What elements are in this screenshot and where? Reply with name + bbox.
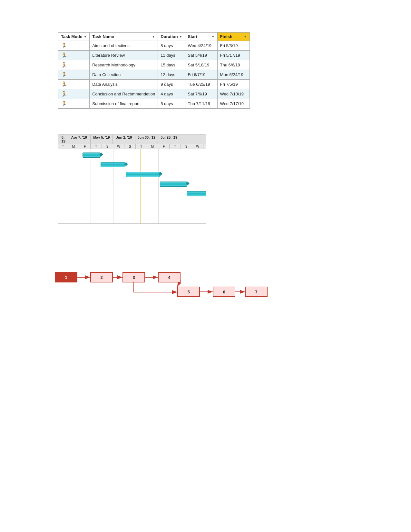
bar-task-4 (160, 182, 187, 187)
table-row: 🏃Data Analysis9 daysTue 6/25/19Fri 7/5/1… (58, 80, 250, 89)
table-row: 🏃Literature Review11 daysSat 5/4/19Fri 5… (58, 51, 250, 60)
gh-period-extra (180, 135, 206, 144)
gh-day-f1: F (79, 144, 91, 149)
gh-day-t4: T (170, 144, 181, 149)
gantt-header-row1: 0, '19 Apr 7, '19 May 5, '19 Jun 2, '19 … (58, 135, 206, 144)
gh-day-s3: S (181, 144, 192, 149)
gh-day-w1: W (113, 144, 124, 149)
sort-icon-start[interactable]: ▼ (211, 35, 215, 38)
cell-duration-5: 9 days (158, 80, 185, 89)
gh-day-w2: W (192, 144, 203, 149)
gh-day-f2: F (158, 144, 170, 149)
nd-node-2-label: 2 (100, 275, 103, 280)
cell-name-2: Literature Review (90, 51, 158, 60)
gantt-section: 0, '19 Apr 7, '19 May 5, '19 Jun 2, '19 … (58, 134, 385, 224)
milestone-5 (206, 191, 206, 195)
table-row: 🏃Submission of final report5 daysThu 7/1… (58, 99, 250, 109)
gh-period-jul28: Jul 28, '19 (158, 135, 181, 144)
col-start-label: Start (188, 34, 198, 39)
cell-duration-2: 11 days (158, 51, 185, 60)
nd-node-6[interactable]: 6 (213, 287, 235, 297)
cell-finish-5: Fri 7/5/19 (217, 80, 250, 89)
bar-task-2 (101, 162, 125, 167)
cell-duration-7: 5 days (158, 99, 185, 109)
cell-name-6: Conclusion and Recommendetion (90, 89, 158, 99)
cell-duration-6: 4 days (158, 89, 185, 99)
nd-node-1[interactable]: 1 (55, 272, 77, 282)
nd-node-3-label: 3 (132, 275, 135, 280)
bar-task-3 (126, 172, 160, 177)
nd-node-5-label: 5 (187, 290, 190, 294)
cell-name-4: Data Collection (90, 70, 158, 80)
gh-day-t3: T (136, 144, 147, 149)
cell-mode-2: 🏃 (58, 51, 90, 60)
task-icon-1: 🏃 (61, 43, 67, 49)
grid-line-1 (91, 149, 91, 223)
col-mode-label: Task Mode (61, 34, 82, 39)
gh-period-jun30: Jun 30, '19 (135, 135, 158, 144)
nd-node-4[interactable]: 4 (158, 272, 181, 282)
grid-line-4 (158, 149, 159, 223)
today-line (141, 149, 141, 223)
cell-name-7: Submission of final report (90, 99, 158, 109)
col-header-name[interactable]: Task Name ▼ (90, 33, 158, 41)
sort-icon-duration[interactable]: ▼ (179, 35, 182, 38)
cell-duration-3: 15 days (158, 60, 185, 70)
gantt-header-row2: T M F T S W S T M F T S W (58, 144, 206, 149)
col-header-start[interactable]: Start ▼ (185, 33, 217, 41)
gh-period-jun2: Jun 2, '19 (113, 135, 135, 144)
nd-node-1-label: 1 (65, 275, 67, 280)
nd-node-4-label: 4 (168, 275, 170, 280)
bar-task-5 (187, 191, 206, 196)
gh-period-apr7: Apr 7, '19 (68, 135, 91, 144)
table-section: Task Mode ▼ Task Name ▼ Duration ▼ (58, 32, 385, 109)
cell-finish-4: Mon 6/24/19 (217, 70, 250, 80)
cell-start-5: Tue 6/25/19 (185, 80, 217, 89)
cell-start-4: Fri 6/7/19 (185, 70, 217, 80)
cell-start-6: Sat 7/6/19 (185, 89, 217, 99)
cell-finish-6: Wed 7/10/19 (217, 89, 250, 99)
cell-start-1: Wed 4/24/19 (185, 41, 217, 51)
nd-node-6-label: 6 (223, 290, 225, 294)
cell-finish-3: Thu 6/6/19 (217, 60, 250, 70)
cell-start-7: Thu 7/11/19 (185, 99, 217, 109)
sort-icon-name[interactable]: ▼ (152, 35, 155, 38)
cell-finish-1: Fri 5/3/19 (217, 41, 250, 51)
gh-day-t2: T (91, 144, 102, 149)
gantt-table: Task Mode ▼ Task Name ▼ Duration ▼ (58, 32, 250, 109)
sort-icon-mode[interactable]: ▼ (83, 35, 87, 38)
cell-mode-4: 🏃 (58, 70, 90, 80)
task-icon-2: 🏃 (61, 52, 67, 58)
nd-node-2[interactable]: 2 (90, 272, 113, 282)
table-row: 🏃Data Collection12 daysFri 6/7/19Mon 6/2… (58, 70, 250, 80)
cell-finish-2: Fri 5/17/19 (217, 51, 250, 60)
nd-node-7-label: 7 (255, 290, 257, 294)
gh-day-t1: T (58, 144, 68, 149)
task-icon-3: 🏃 (61, 62, 67, 68)
cell-mode-3: 🏃 (58, 60, 90, 70)
nd-node-5[interactable]: 5 (177, 287, 200, 297)
task-icon-5: 🏃 (61, 81, 67, 87)
gh-period-may5: May 5, '19 (91, 135, 113, 144)
col-name-label: Task Name (92, 34, 114, 39)
col-header-finish[interactable]: Finish ▼ (217, 33, 250, 41)
col-header-duration[interactable]: Duration ▼ (158, 33, 185, 41)
network-diagram: 1 2 3 4 5 6 7 (52, 262, 277, 301)
cell-duration-1: 8 days (158, 41, 185, 51)
bar-task-1 (83, 153, 101, 158)
col-header-mode[interactable]: Task Mode ▼ (58, 33, 90, 41)
cell-duration-4: 12 days (158, 70, 185, 80)
cell-mode-1: 🏃 (58, 41, 90, 51)
col-finish-label: Finish (220, 34, 232, 39)
gantt-body (58, 149, 206, 223)
col-duration-label: Duration (161, 34, 178, 39)
cell-start-2: Sat 5/4/19 (185, 51, 217, 60)
gh-day-s1: S (102, 144, 113, 149)
nd-node-3[interactable]: 3 (122, 272, 145, 282)
sort-icon-finish[interactable]: ▼ (244, 35, 247, 38)
cell-finish-7: Wed 7/17/19 (217, 99, 250, 109)
gh-period-0: 0, '19 (58, 135, 68, 144)
nd-node-7[interactable]: 7 (245, 287, 268, 297)
gh-day-m1: M (68, 144, 79, 149)
gh-day-s2: S (124, 144, 136, 149)
